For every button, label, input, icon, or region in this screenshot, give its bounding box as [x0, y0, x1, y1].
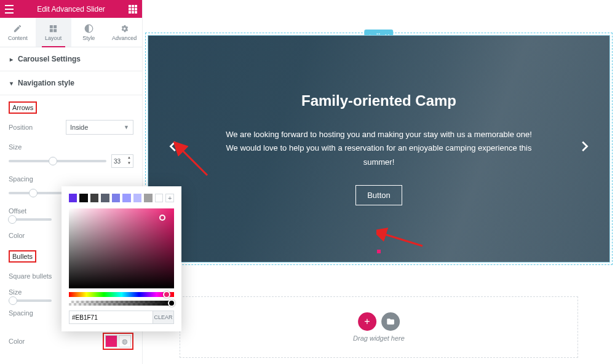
pagination-bullet[interactable] — [377, 250, 381, 253]
group-arrows: Arrows — [9, 101, 37, 114]
label-spacing: Spacing — [9, 175, 133, 183]
preset-swatch[interactable] — [133, 194, 141, 202]
chevron-right-icon: ▸ — [10, 56, 13, 63]
layout-icon — [49, 24, 58, 33]
label-bullet-color: Color — [9, 338, 97, 345]
menu-icon[interactable] — [5, 5, 14, 14]
section-carousel-settings[interactable]: ▸ Carousel Settings — [0, 47, 142, 71]
slider-bullet-size[interactable] — [9, 299, 52, 302]
drop-label: Drag widget here — [353, 334, 405, 342]
color-picker: + CLEAR — [62, 186, 181, 331]
preset-swatch[interactable] — [90, 194, 98, 202]
label-position: Position — [9, 124, 60, 131]
preset-swatch[interactable] — [122, 194, 130, 202]
group-bullets: Bullets — [9, 250, 36, 263]
saturation-value-area[interactable] — [69, 208, 174, 288]
slider-size[interactable] — [9, 160, 106, 162]
clear-button[interactable]: CLEAR — [153, 311, 174, 324]
input-size[interactable]: 33▲▼ — [111, 154, 133, 168]
preset-swatch[interactable] — [112, 194, 120, 202]
preview-area: + ⠿ ✕ Family-oriented Camp We are lookin… — [143, 0, 615, 364]
slide-content: Family-oriented Camp We are looking forw… — [148, 36, 609, 262]
slider-offset[interactable] — [9, 218, 52, 221]
tab-layout[interactable]: Layout — [36, 18, 71, 47]
slide-button[interactable]: Button — [355, 185, 402, 205]
select-position[interactable]: Inside ▼ — [66, 120, 133, 135]
next-arrow[interactable] — [571, 130, 597, 168]
label-size: Size — [9, 143, 133, 151]
preset-swatch[interactable] — [69, 194, 77, 202]
global-color-button[interactable]: ◍ — [119, 335, 131, 347]
panel-tabs: Content Layout Style Advanced — [0, 18, 142, 47]
swatch-row: + — [69, 194, 174, 202]
preset-swatch[interactable] — [155, 194, 164, 202]
panel-title: Edit Advanced Slider — [14, 5, 129, 14]
prev-arrow[interactable] — [161, 130, 186, 168]
color-swatch[interactable] — [105, 335, 117, 347]
alpha-slider[interactable] — [69, 301, 174, 306]
contrast-icon — [84, 24, 93, 33]
template-library-button[interactable] — [381, 312, 400, 331]
slide-title: Family-oriented Camp — [301, 92, 456, 109]
tab-content[interactable]: Content — [0, 18, 36, 47]
tab-advanced[interactable]: Advanced — [106, 18, 142, 47]
chevron-down-icon: ▾ — [10, 80, 13, 87]
chevron-down-icon: ▼ — [124, 124, 129, 130]
hex-input[interactable] — [69, 311, 153, 324]
gear-icon — [120, 24, 129, 33]
pencil-icon — [13, 24, 22, 33]
hue-slider[interactable] — [69, 292, 174, 297]
section-navigation-style[interactable]: ▾ Navigation style — [0, 71, 142, 95]
drop-zone[interactable]: + Drag widget here — [180, 296, 578, 358]
panel-header: Edit Advanced Slider — [0, 0, 142, 18]
preset-swatch[interactable] — [79, 194, 87, 202]
section-frame[interactable]: + ⠿ ✕ Family-oriented Camp We are lookin… — [145, 33, 613, 265]
widgets-icon[interactable] — [129, 5, 137, 14]
preset-swatch[interactable] — [101, 194, 109, 202]
tab-style[interactable]: Style — [71, 18, 107, 47]
preset-swatch[interactable] — [144, 194, 152, 202]
add-swatch-button[interactable]: + — [165, 194, 174, 202]
add-section-button[interactable]: + — [358, 312, 376, 331]
slide-body: We are looking forward to hosting you an… — [222, 128, 536, 168]
color-swatch-group: ◍ — [103, 333, 133, 350]
